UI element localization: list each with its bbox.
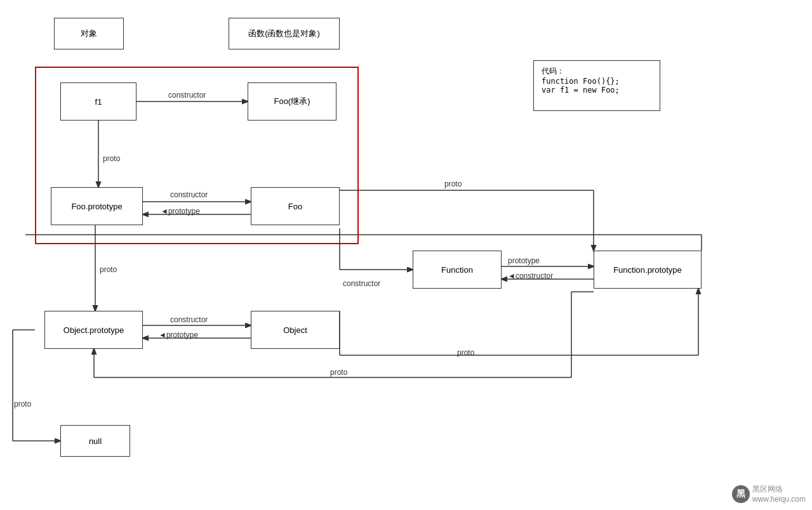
label-proto-fooproto: proto [100, 265, 117, 274]
diagram-container: Foo(继承): from right of f1 to left of Foo… [0, 0, 812, 510]
label-proto-f1: proto [103, 154, 120, 163]
box-function-prototype: Function.prototype [594, 251, 702, 289]
label-constructor-foo-func: constructor [343, 279, 380, 288]
box-function: Function [413, 251, 502, 289]
box-foo-inherit: Foo(继承) [248, 82, 336, 121]
box-f1: f1 [60, 82, 136, 121]
label-proto-objproto-null: proto [14, 400, 31, 409]
watermark-icon: 黑 [732, 485, 750, 503]
box-object-prototype: Object.prototype [44, 311, 143, 349]
label-constructor-fooproto: constructor [170, 190, 208, 199]
box-duixiang: 对象 [54, 18, 124, 49]
label-prototype-function: prototype [508, 256, 540, 265]
label-proto-object: proto [457, 348, 474, 357]
label-prototype-object: ◄prototype [159, 330, 198, 339]
watermark: 黑 黑区网络 www.heiqu.com [732, 484, 806, 504]
label-prototype-foo: ◄prototype [161, 207, 200, 216]
label-proto-foo-funcproto: proto [444, 180, 462, 188]
box-foo: Foo [251, 187, 340, 225]
label-proto-funcproto: proto [330, 368, 347, 377]
label-constructor-funcproto: ◄constructor [508, 271, 553, 280]
box-foo-prototype: Foo.prototype [51, 187, 143, 225]
watermark-text: 黑区网络 www.heiqu.com [752, 484, 806, 504]
box-hanshu: 函数(函数也是对象) [229, 18, 340, 49]
label-constructor-f1: constructor [168, 91, 206, 100]
box-null: null [60, 425, 130, 457]
code-text: 代码： function Foo(){}; var f1 = new Foo; [542, 66, 620, 95]
box-object: Object [251, 311, 340, 349]
label-constructor-objproto: constructor [170, 315, 208, 324]
box-code: 代码： function Foo(){}; var f1 = new Foo; [533, 60, 660, 111]
